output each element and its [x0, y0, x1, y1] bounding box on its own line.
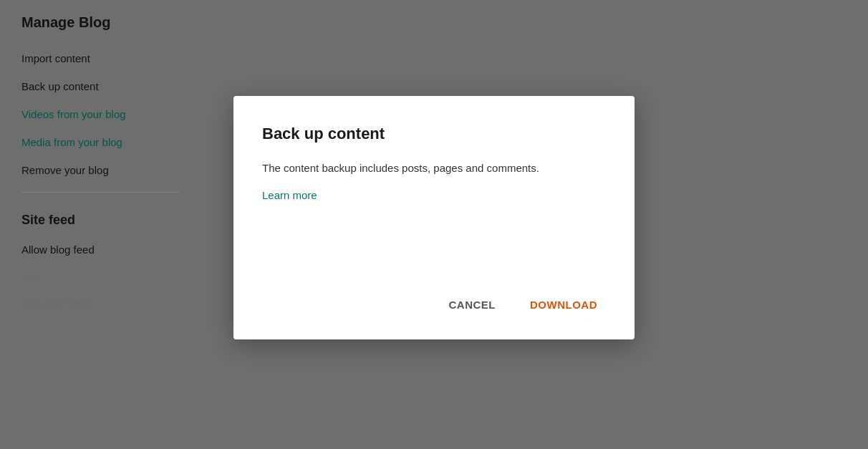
modal-body: Back up content The content backup inclu… — [262, 125, 606, 248]
modal-footer: CANCEL DOWNLOAD — [262, 291, 606, 318]
learn-more-link[interactable]: Learn more — [262, 189, 317, 201]
download-button[interactable]: DOWNLOAD — [521, 291, 606, 318]
modal-overlay: Back up content The content backup inclu… — [0, 0, 868, 449]
cancel-button[interactable]: CANCEL — [440, 291, 505, 318]
modal-description: The content backup includes posts, pages… — [262, 160, 606, 177]
modal-dialog: Back up content The content backup inclu… — [233, 96, 635, 339]
modal-title: Back up content — [262, 125, 606, 143]
